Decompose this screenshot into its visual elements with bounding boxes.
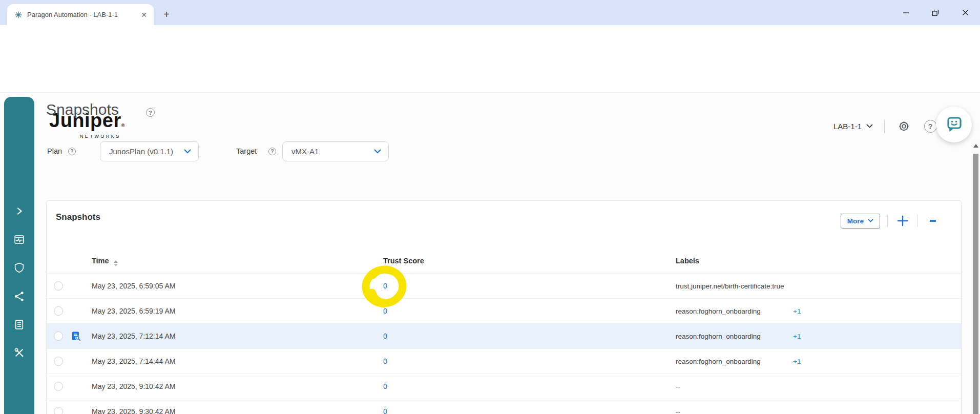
target-select[interactable]: vMX-A1 bbox=[282, 141, 389, 161]
window-close-button[interactable] bbox=[950, 0, 980, 25]
row-label: -- bbox=[676, 408, 680, 414]
trust-score-link[interactable]: 0 bbox=[383, 382, 387, 390]
tab-favicon-icon bbox=[14, 11, 23, 19]
settings-gear-icon[interactable] bbox=[896, 119, 911, 134]
site-selector[interactable]: LAB-1-1 bbox=[833, 122, 873, 131]
more-labels-link[interactable]: +1 bbox=[793, 358, 801, 365]
table-header: Time Trust Score Labels bbox=[47, 252, 961, 274]
row-radio[interactable] bbox=[54, 357, 63, 366]
chevron-down-icon bbox=[374, 149, 381, 154]
card-menu-kebab-icon[interactable] bbox=[925, 213, 941, 229]
row-time: May 23, 2025, 7:12:14 AM bbox=[92, 332, 175, 340]
table-row[interactable]: May 23, 2025, 6:59:05 AM 0 trust.juniper… bbox=[47, 274, 961, 299]
vertical-scrollbar[interactable] bbox=[971, 139, 980, 414]
browser-toolbar: ← → Not secure https://100.123.42.100/tr… bbox=[0, 25, 980, 53]
window-restore-button[interactable] bbox=[921, 0, 950, 25]
row-radio[interactable] bbox=[54, 306, 63, 316]
snapshot-report-icon[interactable] bbox=[71, 331, 81, 342]
app-header: Juniper® NETWORKS LAB-1-1 ? bbox=[0, 53, 980, 93]
plan-filter-label: Plan bbox=[47, 147, 62, 155]
table-row-selected[interactable]: May 23, 2025, 7:12:14 AM 0 reason:foghor… bbox=[47, 324, 961, 349]
window-minimize-button[interactable] bbox=[891, 0, 921, 25]
column-header-time[interactable]: Time bbox=[92, 257, 118, 266]
left-nav-sidebar bbox=[4, 97, 34, 414]
target-select-value: vMX-A1 bbox=[291, 147, 319, 156]
header-divider bbox=[884, 120, 885, 133]
sidebar-dashboard-icon[interactable] bbox=[4, 231, 34, 248]
page-title-help-icon[interactable]: ? bbox=[146, 108, 155, 117]
row-label: -- bbox=[676, 383, 680, 390]
table-row[interactable]: May 23, 2025, 7:14:44 AM 0 reason:foghor… bbox=[47, 349, 961, 374]
table-row[interactable]: May 23, 2025, 9:10:42 AM 0 -- bbox=[47, 374, 961, 399]
snapshots-card-title: Snapshots bbox=[56, 212, 100, 222]
browser-tab[interactable]: Paragon Automation - LAB-1-1 ✕ bbox=[7, 4, 154, 25]
target-filter-label: Target bbox=[236, 147, 257, 155]
scrollbar-up-arrow[interactable] bbox=[973, 144, 978, 148]
trust-score-link[interactable]: 0 bbox=[383, 332, 387, 340]
target-help-icon[interactable]: ? bbox=[268, 148, 276, 155]
sort-icon[interactable] bbox=[114, 260, 118, 266]
trust-score-link[interactable]: 0 bbox=[383, 282, 387, 290]
screen: Paragon Automation - LAB-1-1 ✕ + ← → bbox=[0, 0, 980, 414]
row-radio[interactable] bbox=[54, 382, 63, 391]
more-labels-link[interactable]: +1 bbox=[793, 307, 801, 315]
snapshots-card: Snapshots More Time Trust Score La bbox=[46, 200, 962, 414]
plan-select-value: JunosPlan (v0.1.1) bbox=[109, 147, 173, 156]
trust-score-link[interactable]: 0 bbox=[383, 357, 387, 365]
site-selector-label: LAB-1-1 bbox=[833, 122, 862, 131]
actions-divider bbox=[887, 215, 888, 227]
plan-help-icon[interactable]: ? bbox=[68, 148, 76, 155]
sidebar-topology-share-icon[interactable] bbox=[4, 287, 34, 305]
actions-divider bbox=[918, 215, 918, 227]
trust-score-link[interactable]: 0 bbox=[383, 307, 387, 315]
row-radio[interactable] bbox=[54, 332, 63, 341]
scrollbar-thumb[interactable] bbox=[973, 154, 978, 414]
more-button[interactable]: More bbox=[841, 214, 880, 229]
feedback-smiley-bubble-icon bbox=[944, 115, 964, 134]
sidebar-trust-shield-icon[interactable] bbox=[4, 259, 34, 276]
table-row[interactable]: May 23, 2025, 6:59:19 AM 0 reason:foghor… bbox=[47, 299, 961, 324]
trust-score-link[interactable]: 0 bbox=[383, 407, 387, 414]
chevron-down-icon bbox=[184, 149, 191, 154]
column-header-labels: Labels bbox=[676, 257, 699, 265]
row-radio[interactable] bbox=[54, 407, 63, 414]
sidebar-expand-chevron-icon[interactable] bbox=[4, 202, 34, 220]
sidebar-tools-icon[interactable] bbox=[4, 344, 34, 361]
feedback-button[interactable] bbox=[936, 107, 972, 142]
row-time: May 23, 2025, 6:59:19 AM bbox=[92, 307, 175, 315]
new-tab-button[interactable]: + bbox=[160, 8, 173, 21]
tab-title: Paragon Automation - LAB-1-1 bbox=[27, 11, 139, 18]
table-body: May 23, 2025, 6:59:05 AM 0 trust.juniper… bbox=[47, 274, 961, 414]
row-label: reason:foghorn_onboarding bbox=[676, 358, 761, 365]
plan-select[interactable]: JunosPlan (v0.1.1) bbox=[100, 141, 199, 161]
row-time: May 23, 2025, 9:10:42 AM bbox=[92, 382, 175, 390]
chevron-down-icon bbox=[866, 124, 873, 129]
registered-mark: ® bbox=[121, 123, 125, 128]
browser-tabstrip: Paragon Automation - LAB-1-1 ✕ + bbox=[0, 0, 980, 25]
table-row[interactable]: May 23, 2025, 9:30:42 AM 0 -- bbox=[47, 399, 961, 414]
row-time: May 23, 2025, 9:30:42 AM bbox=[92, 407, 175, 414]
row-time: May 23, 2025, 7:14:44 AM bbox=[92, 357, 175, 365]
tab-close-icon[interactable]: ✕ bbox=[139, 10, 149, 19]
row-radio[interactable] bbox=[54, 281, 63, 291]
chevron-down-icon bbox=[868, 219, 873, 223]
sidebar-reports-icon[interactable] bbox=[4, 316, 34, 333]
row-label: trust.juniper.net/birth-certificate:true bbox=[676, 282, 784, 290]
row-label: reason:foghorn_onboarding bbox=[676, 307, 761, 315]
row-label: reason:foghorn_onboarding bbox=[676, 333, 761, 340]
more-button-label: More bbox=[847, 217, 864, 225]
column-header-trust-score: Trust Score bbox=[383, 257, 424, 265]
more-labels-link[interactable]: +1 bbox=[793, 333, 801, 340]
add-snapshot-button[interactable] bbox=[895, 213, 910, 229]
page-title: Snapshots bbox=[46, 101, 119, 118]
row-time: May 23, 2025, 6:59:05 AM bbox=[92, 282, 175, 290]
